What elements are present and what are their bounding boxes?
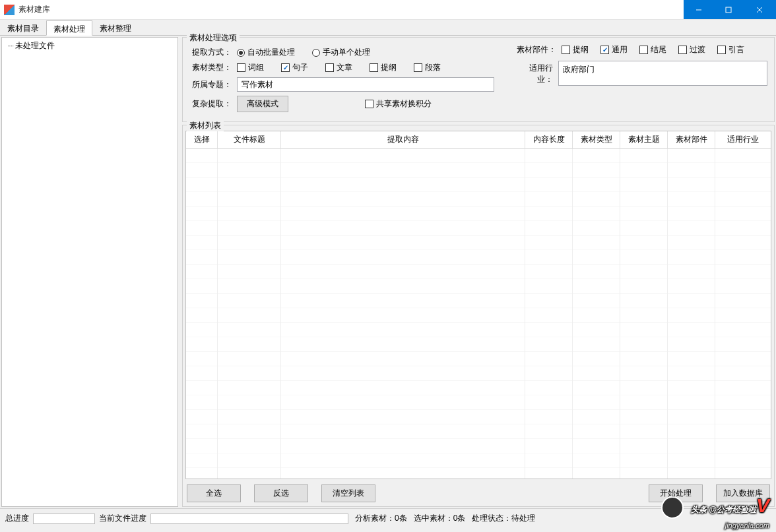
col-content[interactable]: 提取内容 <box>281 131 525 148</box>
grid-body[interactable] <box>186 149 771 479</box>
select-all-button[interactable]: 全选 <box>187 484 241 502</box>
col-topic[interactable]: 素材主题 <box>620 131 668 148</box>
analyzed-count: 分析素材：0条 <box>355 513 407 524</box>
check-sentence[interactable]: 句子 <box>281 62 308 73</box>
list-legend: 素材列表 <box>187 120 224 131</box>
col-length[interactable]: 内容长度 <box>525 131 573 148</box>
add-database-button[interactable]: 加入数据库 <box>716 484 770 502</box>
window-title: 素材建库 <box>18 4 684 15</box>
col-industry[interactable]: 适用行业 <box>715 131 771 148</box>
check-part-ending[interactable]: 结尾 <box>639 44 666 55</box>
invert-select-button[interactable]: 反选 <box>254 484 308 502</box>
minimize-button[interactable] <box>684 0 713 19</box>
total-progress-label: 总进度 <box>5 513 29 524</box>
main-tabs: 素材目录 素材处理 素材整理 <box>0 20 776 36</box>
extract-mode-label: 提取方式： <box>189 47 232 58</box>
check-part-general[interactable]: 通用 <box>600 44 628 55</box>
process-state: 处理状态：待处理 <box>472 513 535 524</box>
tab-organize[interactable]: 素材整理 <box>92 20 139 35</box>
start-process-button[interactable]: 开始处理 <box>649 484 703 502</box>
selected-count: 选中素材：0条 <box>414 513 466 524</box>
industry-input[interactable]: 政府部门 <box>558 61 767 86</box>
material-grid[interactable]: 选择 文件标题 提取内容 内容长度 素材类型 素材主题 素材部件 适用行业 <box>185 131 771 479</box>
col-title[interactable]: 文件标题 <box>218 131 281 148</box>
app-icon <box>4 5 15 15</box>
svg-rect-1 <box>726 7 731 13</box>
col-type[interactable]: 素材类型 <box>573 131 620 148</box>
titlebar: 素材建库 <box>0 0 776 20</box>
col-part[interactable]: 素材部件 <box>668 131 715 148</box>
check-phrase[interactable]: 词组 <box>237 62 264 73</box>
advanced-mode-button[interactable]: 高级模式 <box>237 96 288 112</box>
check-part-quote[interactable]: 引言 <box>717 44 744 55</box>
current-file-progress-bar <box>150 514 348 524</box>
material-type-label: 素材类型： <box>189 62 232 73</box>
list-group: 素材列表 选择 文件标题 提取内容 内容长度 素材类型 素材主题 素材部件 适用… <box>182 125 775 507</box>
industry-label: 适用行业： <box>517 61 553 85</box>
close-button[interactable] <box>743 0 776 19</box>
part-label: 素材部件： <box>517 44 556 55</box>
check-part-outline[interactable]: 提纲 <box>562 44 589 55</box>
options-group: 素材处理选项 提取方式： 自动批量处理 手动单个处理 素材类型： 词组 句子 文… <box>182 37 775 122</box>
col-select[interactable]: 选择 <box>186 131 218 148</box>
topic-input[interactable] <box>237 77 494 92</box>
check-part-transition[interactable]: 过渡 <box>678 44 705 55</box>
tab-process[interactable]: 素材处理 <box>46 20 92 36</box>
tab-catalog[interactable]: 素材目录 <box>0 20 46 35</box>
radio-auto-batch[interactable]: 自动批量处理 <box>237 47 295 58</box>
topic-label: 所属专题： <box>189 79 232 90</box>
maximize-button[interactable] <box>713 0 743 19</box>
check-paragraph[interactable]: 段落 <box>414 62 441 73</box>
current-file-label: 当前文件进度 <box>99 513 146 524</box>
check-article[interactable]: 文章 <box>325 62 352 73</box>
options-legend: 素材处理选项 <box>187 32 240 44</box>
radio-manual-single[interactable]: 手动单个处理 <box>312 47 370 58</box>
total-progress-bar <box>33 514 95 524</box>
grid-header: 选择 文件标题 提取内容 内容长度 素材类型 素材主题 素材部件 适用行业 <box>186 131 771 149</box>
sidebar-tree[interactable]: 未处理文件 <box>1 37 178 507</box>
tree-unprocessed[interactable]: 未处理文件 <box>7 40 172 51</box>
clear-list-button[interactable]: 清空列表 <box>321 484 375 502</box>
check-outline[interactable]: 提纲 <box>370 62 397 73</box>
complex-label: 复杂提取： <box>189 98 232 110</box>
check-share-points[interactable]: 共享素材换积分 <box>365 98 432 110</box>
status-bar: 总进度 当前文件进度 分析素材：0条 选中素材：0条 处理状态：待处理 <box>0 508 776 528</box>
